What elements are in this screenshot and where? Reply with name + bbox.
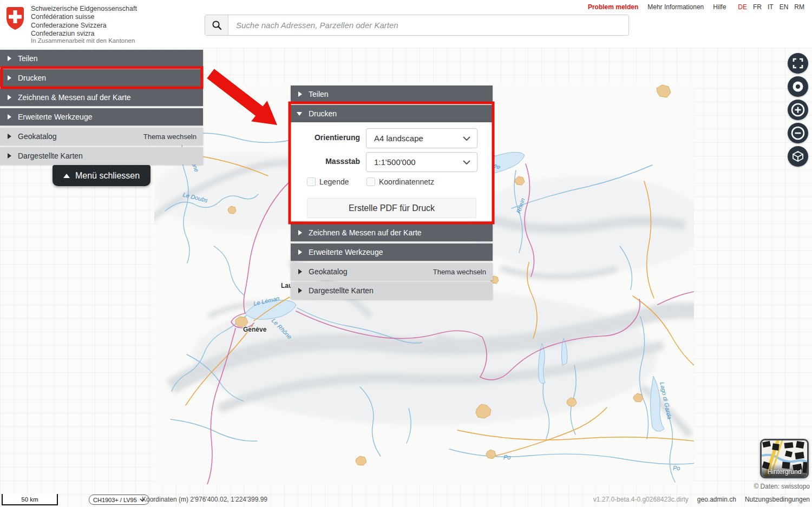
- panel-item-label: Zeichnen & Messen auf der Karte: [309, 228, 422, 237]
- sidebar-item-label: Zeichnen & Messen auf der Karte: [18, 93, 131, 102]
- sidebar-item-erweiterte-werkzeuge[interactable]: Erweiterte Werkzeuge: [0, 108, 203, 126]
- geoadmin-link[interactable]: geo.admin.ch: [697, 496, 736, 503]
- wordmark-line: Confederazione Svizzera: [31, 22, 137, 30]
- fullscreen-button[interactable]: [788, 53, 808, 74]
- sidebar-item-teilen[interactable]: Teilen: [0, 50, 203, 67]
- search-icon-box[interactable]: [205, 15, 228, 35]
- cube-3d-icon: [791, 150, 804, 163]
- search-bar[interactable]: [205, 15, 629, 36]
- create-pdf-button[interactable]: Erstelle PDF für Druck: [307, 198, 476, 218]
- zoom-out-button[interactable]: [788, 123, 808, 143]
- panel-item-label: Erweiterte Werkzeuge: [309, 248, 383, 256]
- chevron-right-icon: [8, 114, 11, 120]
- help-link[interactable]: Hilfe: [713, 3, 726, 11]
- sidebar-item-label: Teilen: [18, 54, 38, 63]
- swiss-coat-of-arms: [5, 6, 25, 31]
- cantons-subline: In Zusammenarbeit mit den Kantonen: [31, 37, 135, 44]
- scale-value: 1:1'500'000: [374, 157, 463, 167]
- po-label-west: Po: [503, 454, 510, 460]
- legend-label: Legende: [319, 177, 349, 186]
- scale-label: Massstab: [302, 157, 360, 166]
- geneve-label: Genève: [243, 326, 267, 333]
- switch-topic-link[interactable]: Thema wechseln: [143, 133, 197, 141]
- chevron-right-icon: [8, 56, 11, 61]
- background-label: Hintergrund: [762, 464, 807, 477]
- chevron-right-icon: [298, 269, 302, 274]
- scale-bar: 50 km: [2, 494, 58, 505]
- footer-links: v1.27.0-beta.4-0.g0268423c.dirty geo.adm…: [593, 496, 810, 503]
- chevron-down-icon: [297, 112, 302, 116]
- chevron-down-icon: [463, 136, 470, 141]
- panel-item-label: Geokatalog: [309, 267, 348, 276]
- scale-bar-label: 50 km: [21, 496, 38, 503]
- language-en[interactable]: EN: [780, 3, 789, 11]
- search-input[interactable]: [228, 15, 628, 35]
- scale-select[interactable]: 1:1'500'000: [366, 152, 477, 172]
- sidebar-item-zeichnen[interactable]: Zeichnen & Messen auf der Karte: [0, 89, 203, 106]
- legend-checkbox[interactable]: [307, 177, 316, 186]
- language-it[interactable]: IT: [768, 3, 774, 11]
- more-information-link[interactable]: Mehr Informationen: [647, 3, 704, 11]
- chevron-down-icon: [463, 160, 470, 164]
- sidebar-item-label: Erweiterte Werkzeuge: [18, 113, 92, 121]
- po-label-east: Po: [673, 465, 680, 471]
- fullscreen-icon: [793, 58, 803, 69]
- mouse-coordinates: Koordinaten (m) 2'976'400.02, 1'224'399.…: [142, 496, 267, 503]
- chevron-right-icon: [298, 249, 302, 255]
- projection-value: CH1903+ / LV95: [93, 497, 137, 503]
- toggle-3d-button[interactable]: [788, 146, 808, 167]
- coordinate-grid-checkbox[interactable]: [366, 177, 375, 186]
- orientation-select[interactable]: A4 landscape: [366, 128, 477, 148]
- language-fr[interactable]: FR: [753, 3, 762, 11]
- zoom-in-button[interactable]: [788, 100, 808, 120]
- chevron-right-icon: [8, 75, 11, 81]
- plus-icon: [791, 103, 805, 117]
- app-header: Schweizerische Eidgenossenschaft Confédé…: [0, 0, 812, 48]
- sidebar-item-label: Geokatalog: [18, 132, 57, 141]
- panel-item-erweiterte-werkzeuge[interactable]: Erweiterte Werkzeuge: [291, 243, 493, 261]
- confederation-wordmark: Schweizerische Eidgenossenschaft Confédé…: [31, 5, 137, 38]
- geolocate-button[interactable]: [788, 76, 808, 97]
- background-layer-selector[interactable]: Hintergrund: [760, 439, 809, 478]
- sidebar-item-label: Dargestellte Karten: [18, 152, 83, 160]
- panel-item-geokatalog[interactable]: Geokatalog Thema wechseln: [291, 263, 493, 280]
- chevron-up-icon: [63, 174, 70, 178]
- chevron-right-icon: [8, 153, 11, 159]
- wordmark-line: Confédération suisse: [31, 13, 137, 21]
- orientation-value: A4 landscape: [374, 134, 463, 143]
- close-menu-label: Menü schliessen: [75, 171, 140, 181]
- panel-item-label: Drucken: [309, 109, 337, 118]
- orientation-label: Orientierung: [302, 133, 360, 142]
- data-attribution[interactable]: © Daten: swisstopo: [754, 483, 810, 490]
- panel-item-dargestellte-karten[interactable]: Dargestellte Karten: [291, 282, 493, 299]
- minus-icon: [791, 126, 805, 140]
- sidebar-item-dargestellte-karten[interactable]: Dargestellte Karten: [0, 147, 203, 164]
- header-links: Problem melden Mehr Informationen Hilfe …: [588, 3, 804, 11]
- chevron-right-icon: [8, 95, 11, 100]
- sidebar-item-geokatalog[interactable]: Geokatalog Thema wechseln: [0, 128, 203, 145]
- coordinate-grid-label: Koordinatennetz: [379, 177, 434, 186]
- switch-topic-link[interactable]: Thema wechseln: [433, 268, 486, 276]
- projection-select[interactable]: CH1903+ / LV95: [89, 495, 149, 505]
- chevron-right-icon: [298, 288, 302, 293]
- report-problem-link[interactable]: Problem melden: [588, 3, 638, 11]
- language-de[interactable]: DE: [738, 3, 747, 11]
- panel-item-teilen[interactable]: Teilen: [291, 85, 493, 103]
- chevron-right-icon: [8, 134, 11, 139]
- panel-item-drucken-expanded[interactable]: Drucken: [291, 105, 493, 122]
- version-string: v1.27.0-beta.4-0.g0268423c.dirty: [593, 496, 689, 503]
- sidebar-item-label: Drucken: [18, 74, 46, 82]
- geolocation-icon: [792, 81, 804, 93]
- search-icon: [212, 20, 222, 30]
- panel-item-zeichnen[interactable]: Zeichnen & Messen auf der Karte: [291, 224, 493, 241]
- chevron-right-icon: [298, 230, 302, 235]
- sidebar-item-drucken[interactable]: Drucken: [0, 69, 203, 87]
- close-menu-button[interactable]: Menü schliessen: [53, 165, 150, 186]
- panel-item-label: Teilen: [309, 90, 329, 98]
- wordmark-line: Confederaziun svizra: [31, 30, 137, 38]
- print-form: Orientierung A4 landscape Massstab 1:1'5…: [291, 122, 493, 221]
- panel-item-label: Dargestellte Karten: [309, 286, 374, 295]
- terms-link[interactable]: Nutzungsbedingungen: [745, 496, 810, 503]
- wordmark-line: Schweizerische Eidgenossenschaft: [31, 5, 137, 13]
- language-rm[interactable]: RM: [794, 3, 804, 11]
